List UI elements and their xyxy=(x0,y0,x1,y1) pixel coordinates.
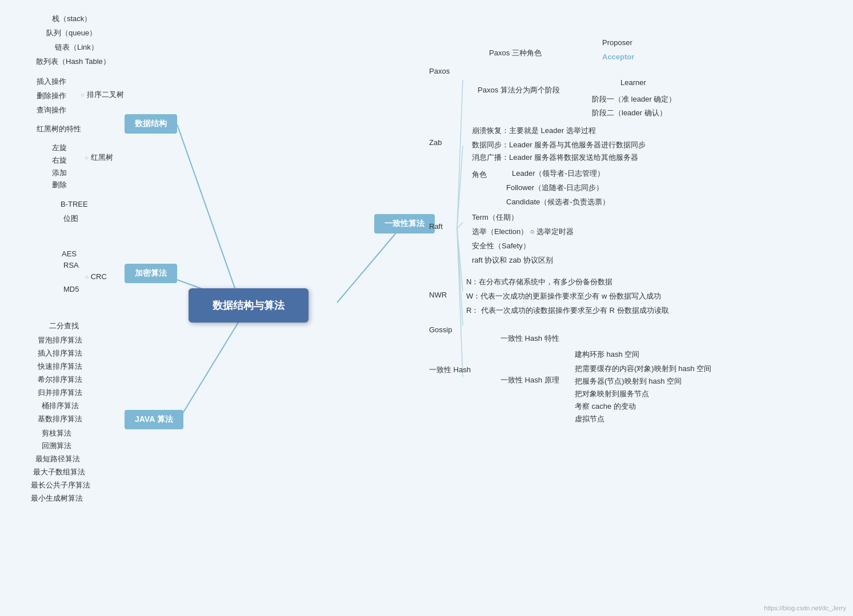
node-raft-safety: 安全性（Safety） xyxy=(468,240,534,252)
node-crc: CRC xyxy=(81,271,110,282)
node-link: 链表（Link） xyxy=(51,41,102,54)
node-ch-ring: 建构环形 hash 空间 xyxy=(571,348,643,361)
node-phase2: 阶段二（leader 确认） xyxy=(588,107,670,119)
node-btree: B-TREE xyxy=(57,199,91,210)
node-ch-server: 把服务器(节点)映射到 hash 空间 xyxy=(571,375,685,388)
node-ch-label: 一致性 Hash xyxy=(426,364,474,376)
node-query: 查询操作 xyxy=(33,104,70,116)
node-raft-label: Raft xyxy=(426,221,446,232)
node-aes: AES xyxy=(58,248,80,259)
node-insert: 插入操作 xyxy=(33,75,70,88)
node-rsa: RSA xyxy=(60,260,82,271)
node-merge-sort: 归并排序算法 xyxy=(34,386,86,399)
node-stack: 栈（stack） xyxy=(49,13,95,25)
node-gossip-label: Gossip xyxy=(426,324,455,335)
node-zab-label: Zab xyxy=(426,137,445,148)
node-raft-term: Term（任期） xyxy=(468,211,522,224)
node-raft-roles-label: 角色 xyxy=(468,168,490,181)
watermark: https://blog.csdn.net/dc_Jerry xyxy=(764,605,846,611)
node-binary-search: 二分查找 xyxy=(46,320,82,332)
node-zab-sync: 数据同步：Leader 服务器与其他服务器进行数据同步 xyxy=(468,139,649,151)
node-bst: 排序二叉树 xyxy=(77,88,127,101)
node-phase1: 阶段一（准 leader 确定） xyxy=(588,93,679,106)
node-md5: MD5 xyxy=(60,284,82,295)
node-right-rotate: 右旋 xyxy=(49,154,70,167)
node-acceptor: Acceptor xyxy=(599,51,638,62)
node-queue: 队列（queue） xyxy=(43,27,100,39)
node-lcs: 最长公共子序算法 xyxy=(27,479,94,492)
node-rbtree: 红黑树 xyxy=(81,151,117,164)
l1-data-structure: 数据结构 xyxy=(125,114,177,134)
node-ch-principle-label: 一致性 Hash 原理 xyxy=(497,374,563,386)
center-node: 数据结构与算法 xyxy=(189,288,309,323)
node-leader-role: Leader（领导者-日志管理） xyxy=(508,167,608,180)
node-nwr-r: R： 代表一次成功的读数据操作要求至少有 R 份数据成功读取 xyxy=(463,304,672,317)
node-raft-election: 选举（Election） ○ 选举定时器 xyxy=(468,226,577,238)
node-ch-property: 一致性 Hash 特性 xyxy=(497,332,563,345)
node-mst: 最小生成树算法 xyxy=(27,492,86,505)
node-shortest-path: 最短路径算法 xyxy=(32,453,83,465)
mindmap-container: 数据结构与算法 数据结构 栈（stack） 队列（queue） 链表（Link）… xyxy=(0,0,853,616)
node-paxos-label: Paxos xyxy=(426,66,453,77)
node-max-subarray: 最大子数组算法 xyxy=(30,466,89,478)
svg-connections xyxy=(0,0,853,616)
l1-java-algo: JAVA 算法 xyxy=(125,410,183,429)
node-insert-sort: 插入排序算法 xyxy=(34,347,86,360)
node-add: 添加 xyxy=(49,167,70,179)
node-nwr-n: N：在分布式存储系统中，有多少份备份数据 xyxy=(463,276,616,288)
node-bucket-sort: 桶排序算法 xyxy=(38,400,82,412)
node-quick-sort: 快速排序算法 xyxy=(34,360,86,373)
node-paxos-roles-label: Paxos 三种角色 xyxy=(486,47,545,59)
node-shell-sort: 希尔排序算法 xyxy=(34,373,86,386)
node-backtrack: 回溯算法 xyxy=(38,440,75,452)
node-left-rotate: 左旋 xyxy=(49,142,70,154)
node-rb-property: 红黑树的特性 xyxy=(33,123,85,135)
node-nwr-label: NWR xyxy=(426,289,450,300)
node-ch-cache: 考察 cache 的变动 xyxy=(571,400,639,413)
node-prune: 剪枝算法 xyxy=(38,427,75,440)
node-zab-crash: 崩溃恢复：主要就是 Leader 选举过程 xyxy=(468,124,599,137)
node-follower-role: Follower（追随者-日志同步） xyxy=(503,182,607,194)
node-ch-content: 把需要缓存的内容(对象)映射到 hash 空间 xyxy=(571,363,715,375)
center-label: 数据结构与算法 xyxy=(213,300,285,311)
node-paxos-phases-label: Paxos 算法分为两个阶段 xyxy=(474,84,563,96)
node-candidate-role: Candidate（候选者-负责选票） xyxy=(503,196,613,208)
node-nwr-w: W：代表一次成功的更新操作要求至少有 w 份数据写入成功 xyxy=(463,290,664,303)
node-proposer: Proposer xyxy=(599,37,636,48)
node-bitmap: 位图 xyxy=(60,212,82,225)
node-learner: Learner xyxy=(617,77,650,88)
node-ch-virtual: 虚拟节点 xyxy=(571,413,608,425)
node-ch-obj: 把对象映射到服务节点 xyxy=(571,388,652,400)
node-hashtable: 散列表（Hash Table） xyxy=(33,55,114,68)
node-bubble: 冒泡排序算法 xyxy=(34,334,86,347)
node-zab-broadcast: 消息广播：Leader 服务器将数据发送给其他服务器 xyxy=(468,151,642,164)
node-delete2: 删除 xyxy=(49,179,70,191)
node-delete: 删除操作 xyxy=(33,90,70,102)
l1-crypto: 加密算法 xyxy=(125,264,177,283)
node-raft-vs-zab: raft 协议和 zab 协议区别 xyxy=(468,254,556,267)
node-radix-sort: 基数排序算法 xyxy=(34,413,86,425)
